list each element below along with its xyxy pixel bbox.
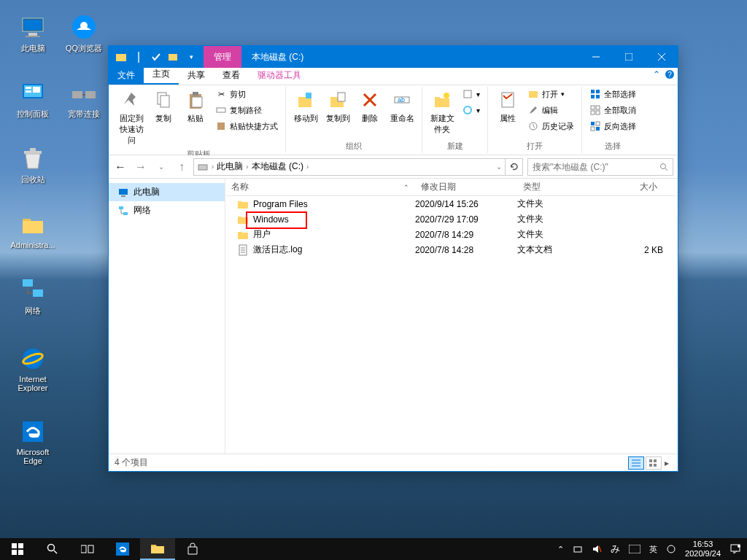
qat-customize-icon[interactable]: ▾ [183,49,199,65]
network-tray-icon[interactable] [573,544,583,554]
paste-shortcut-button[interactable]: 粘贴快捷方式 [212,119,281,133]
properties-button[interactable]: 属性 [492,87,523,125]
minimize-button[interactable] [579,46,612,68]
start-button[interactable] [0,538,35,560]
icons-view-button[interactable] [646,456,662,470]
file-date: 2020/9/14 15:26 [415,199,517,209]
file-row[interactable]: Program Files2020/9/14 15:26文件夹 [225,196,678,211]
qat-properties-icon[interactable] [148,49,164,65]
volume-tray-icon[interactable] [592,544,602,554]
help-icon[interactable]: ? [665,69,675,79]
svg-rect-48 [591,90,595,93]
titlebar[interactable]: | ▾ 管理 本地磁盘 (C:) [109,46,678,68]
desktop-icon-this-pc[interactable]: 此电脑 [7,7,58,58]
file-row[interactable]: 用户2020/7/8 14:29文件夹 [225,227,678,242]
ime-punctuation-icon[interactable] [666,544,676,554]
move-to-button[interactable]: 移动到 [290,87,321,125]
invert-selection-button[interactable]: 反向选择 [587,119,639,133]
desktop-icon-edge[interactable]: Microsoft Edge [7,408,58,474]
desktop-icon-broadband[interactable]: 宽带连接 [58,73,109,124]
qat-new-folder-icon[interactable] [166,49,182,65]
close-button[interactable] [645,46,678,68]
desktop-icon-administrator[interactable]: Administra... [7,204,58,255]
search-button[interactable] [35,538,70,560]
copy-button[interactable]: 复制 [148,87,179,125]
maximize-button[interactable] [612,46,645,68]
scissors-icon: ✂ [215,88,227,100]
rename-button[interactable]: ab重命名 [387,87,417,125]
easy-access-button[interactable]: ▾ [459,103,483,117]
keyboard-tray-icon[interactable] [629,545,640,553]
refresh-button[interactable] [506,158,523,176]
details-view-button[interactable] [628,456,644,470]
chevron-right-icon[interactable]: › [246,163,248,171]
svg-line-88 [599,546,601,552]
nav-item-this-pc[interactable]: 此电脑 [109,183,225,201]
column-header-type[interactable]: 类型 [517,181,605,193]
nav-item-network[interactable]: 网络 [109,201,225,219]
pin-quick-access-button[interactable]: 固定到快速访问 [116,87,147,147]
up-button[interactable]: ↑ [174,160,189,174]
tab-file[interactable]: 文件 [109,66,144,85]
select-all-button[interactable]: 全部选择 [587,87,639,101]
new-folder-button[interactable]: 新建文件夹 [427,87,457,136]
chevron-right-icon[interactable]: › [212,163,214,171]
taskbar-edge[interactable] [105,538,140,560]
desktop-icon-ie[interactable]: Internet Explorer [7,335,58,401]
ime-mode[interactable]: 英 [649,544,657,555]
breadcrumb-item[interactable]: 本地磁盘 (C:) [252,160,303,173]
file-list[interactable]: Program Files2020/9/14 15:26文件夹Windows20… [225,196,678,454]
svg-rect-57 [596,127,600,131]
content-area: 此电脑 网络 名称⌃ 修改日期 类型 大小 Program Files2020/… [109,179,678,454]
ime-tray-icon[interactable]: み [611,542,620,556]
forward-button[interactable]: → [133,160,148,174]
new-item-button[interactable]: ▾ [459,87,483,101]
tab-drive-tools[interactable]: 驱动器工具 [249,66,310,85]
select-none-button[interactable]: 全部取消 [587,103,639,117]
search-input[interactable] [533,162,659,172]
tab-view[interactable]: 查看 [214,66,249,85]
action-center-icon[interactable] [729,543,741,555]
desktop-icon-network[interactable]: 网络 [7,270,58,321]
copy-to-button[interactable]: 复制到 [322,87,353,125]
delete-button[interactable]: 删除 [355,87,385,125]
back-button[interactable]: ← [113,160,128,174]
search-box[interactable] [527,158,673,176]
svg-rect-37 [338,93,345,101]
search-icon[interactable] [659,163,668,171]
column-headers: 名称⌃ 修改日期 类型 大小 [225,179,678,196]
column-header-size[interactable]: 大小 [605,181,663,193]
clock[interactable]: 16:53 2020/9/24 [685,540,721,559]
breadcrumb-item[interactable]: 此电脑 [217,160,243,173]
paste-icon [184,88,207,112]
explorer-icon[interactable] [113,49,129,65]
file-row[interactable]: 激活日志.log2020/7/8 14:28文本文档2 KB [225,242,678,257]
copy-path-button[interactable]: 复制路径 [212,103,281,117]
desktop-icon-recycle-bin[interactable]: 回收站 [7,139,58,190]
open-button[interactable]: 打开▾ [525,87,577,101]
taskbar-explorer[interactable] [140,538,175,560]
desktop-icon-control-panel[interactable]: 控制面板 [7,73,58,124]
task-view-button[interactable] [70,538,105,560]
desktop-icon-label: 回收站 [21,174,45,185]
breadcrumb-dropdown-icon[interactable]: ⌄ [496,163,502,171]
scroll-right-button[interactable]: ▸ [662,458,672,468]
breadcrumb-bar[interactable]: › 此电脑 › 本地磁盘 (C:) › ⌄ [193,158,506,176]
cut-button[interactable]: ✂剪切 [212,87,281,101]
chevron-right-icon[interactable]: › [306,163,309,171]
context-tab-manage[interactable]: 管理 [204,46,241,68]
column-header-name[interactable]: 名称⌃ [225,181,415,193]
column-header-date[interactable]: 修改日期 [415,181,517,193]
collapse-ribbon-icon[interactable]: ⌃ [653,69,660,79]
tab-share[interactable]: 共享 [179,66,214,85]
history-button[interactable]: 历史记录 [525,119,577,133]
recent-locations-button[interactable]: ⌄ [154,160,169,174]
svg-rect-13 [24,151,42,154]
desktop-icon-qq-browser[interactable]: QQ浏览器 [58,7,109,58]
tab-home[interactable]: 主页 [144,65,179,85]
file-row[interactable]: Windows2020/7/29 17:09文件夹 [225,211,678,227]
paste-button[interactable]: 粘贴 [180,87,211,125]
tray-overflow-icon[interactable]: ⌃ [557,545,564,554]
taskbar-store[interactable] [175,538,210,560]
edit-button[interactable]: 编辑 [525,103,577,117]
